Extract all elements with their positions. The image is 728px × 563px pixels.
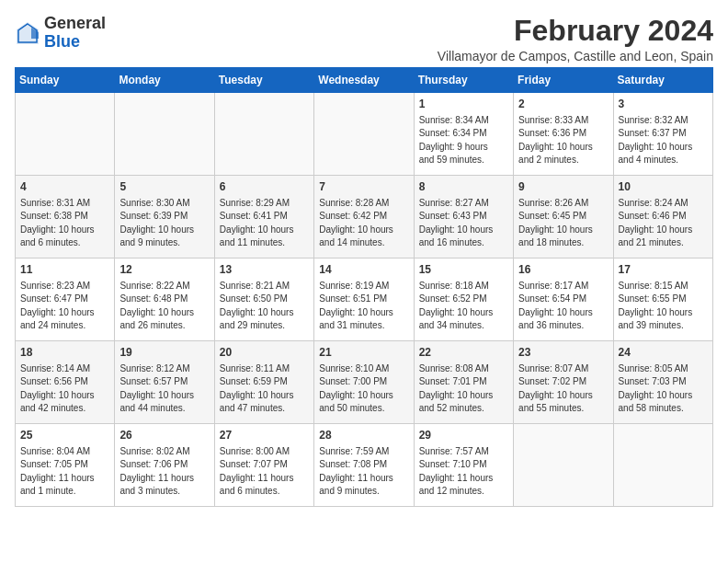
calendar-cell: 27Sunrise: 8:00 AM Sunset: 7:07 PM Dayli… (214, 424, 313, 507)
calendar-cell: 21Sunrise: 8:10 AM Sunset: 7:00 PM Dayli… (314, 341, 414, 424)
calendar-cell: 28Sunrise: 7:59 AM Sunset: 7:08 PM Dayli… (314, 424, 414, 507)
day-number: 10 (619, 179, 708, 195)
calendar-title: February 2024 (438, 15, 713, 47)
calendar-cell (314, 93, 414, 176)
day-info: Sunrise: 8:19 AM Sunset: 6:51 PM Dayligh… (319, 280, 408, 333)
calendar-cell: 2Sunrise: 8:33 AM Sunset: 6:36 PM Daylig… (514, 93, 613, 176)
day-info: Sunrise: 8:33 AM Sunset: 6:36 PM Dayligh… (518, 114, 608, 167)
calendar-cell (16, 93, 115, 176)
day-number: 23 (518, 345, 608, 361)
day-number: 12 (119, 262, 209, 278)
day-number: 25 (20, 428, 109, 443)
title-block: February 2024 Villamayor de Campos, Cast… (438, 15, 713, 63)
week-row-1: 1Sunrise: 8:34 AM Sunset: 6:34 PM Daylig… (16, 93, 713, 176)
weekday-header-row: SundayMondayTuesdayWednesdayThursdayFrid… (16, 68, 713, 93)
day-number: 1 (419, 97, 508, 112)
week-row-2: 4Sunrise: 8:31 AM Sunset: 6:38 PM Daylig… (16, 176, 713, 259)
calendar-cell: 7Sunrise: 8:28 AM Sunset: 6:42 PM Daylig… (314, 176, 414, 259)
day-info: Sunrise: 8:17 AM Sunset: 6:54 PM Dayligh… (518, 280, 608, 333)
day-number: 9 (518, 179, 608, 195)
day-number: 11 (20, 262, 109, 278)
week-row-5: 25Sunrise: 8:04 AM Sunset: 7:05 PM Dayli… (16, 424, 713, 507)
day-info: Sunrise: 8:07 AM Sunset: 7:02 PM Dayligh… (518, 362, 608, 416)
calendar-cell: 25Sunrise: 8:04 AM Sunset: 7:05 PM Dayli… (16, 424, 115, 507)
calendar-cell: 3Sunrise: 8:32 AM Sunset: 6:37 PM Daylig… (613, 93, 712, 176)
day-number: 21 (319, 345, 408, 361)
calendar-cell: 29Sunrise: 7:57 AM Sunset: 7:10 PM Dayli… (414, 424, 513, 507)
day-number: 13 (220, 262, 309, 278)
weekday-header-wednesday: Wednesday (314, 68, 414, 93)
calendar-cell: 16Sunrise: 8:17 AM Sunset: 6:54 PM Dayli… (514, 259, 613, 341)
weekday-header-monday: Monday (115, 68, 214, 93)
weekday-header-saturday: Saturday (613, 68, 712, 93)
calendar-subtitle: Villamayor de Campos, Castille and Leon,… (438, 49, 713, 63)
day-number: 27 (220, 428, 309, 443)
day-info: Sunrise: 8:15 AM Sunset: 6:55 PM Dayligh… (619, 280, 708, 333)
day-info: Sunrise: 8:28 AM Sunset: 6:42 PM Dayligh… (319, 197, 408, 250)
calendar-cell: 4Sunrise: 8:31 AM Sunset: 6:38 PM Daylig… (16, 176, 115, 259)
calendar-cell: 12Sunrise: 8:22 AM Sunset: 6:48 PM Dayli… (115, 259, 214, 341)
day-info: Sunrise: 7:57 AM Sunset: 7:10 PM Dayligh… (419, 445, 508, 499)
day-info: Sunrise: 8:14 AM Sunset: 6:56 PM Dayligh… (20, 362, 109, 416)
calendar-header: SundayMondayTuesdayWednesdayThursdayFrid… (16, 68, 713, 93)
day-number: 2 (518, 97, 608, 112)
weekday-header-thursday: Thursday (414, 68, 513, 93)
calendar-cell: 19Sunrise: 8:12 AM Sunset: 6:57 PM Dayli… (115, 341, 214, 424)
day-info: Sunrise: 8:00 AM Sunset: 7:07 PM Dayligh… (220, 445, 309, 499)
day-number: 3 (619, 97, 708, 112)
day-info: Sunrise: 8:34 AM Sunset: 6:34 PM Dayligh… (419, 114, 508, 167)
calendar-cell: 13Sunrise: 8:21 AM Sunset: 6:50 PM Dayli… (214, 259, 313, 341)
day-info: Sunrise: 8:31 AM Sunset: 6:38 PM Dayligh… (20, 197, 109, 250)
day-number: 18 (20, 345, 109, 361)
calendar-cell: 10Sunrise: 8:24 AM Sunset: 6:46 PM Dayli… (613, 176, 712, 259)
calendar-cell: 14Sunrise: 8:19 AM Sunset: 6:51 PM Dayli… (314, 259, 414, 341)
day-number: 15 (419, 262, 508, 278)
calendar-cell: 24Sunrise: 8:05 AM Sunset: 7:03 PM Dayli… (613, 341, 712, 424)
day-info: Sunrise: 8:18 AM Sunset: 6:52 PM Dayligh… (419, 280, 508, 333)
day-info: Sunrise: 8:22 AM Sunset: 6:48 PM Dayligh… (119, 280, 209, 333)
day-info: Sunrise: 8:29 AM Sunset: 6:41 PM Dayligh… (220, 197, 309, 250)
weekday-header-friday: Friday (514, 68, 613, 93)
calendar-table: SundayMondayTuesdayWednesdayThursdayFrid… (15, 67, 713, 507)
day-number: 22 (419, 345, 508, 361)
calendar-cell (514, 424, 613, 507)
day-info: Sunrise: 8:12 AM Sunset: 6:57 PM Dayligh… (119, 362, 209, 416)
calendar-cell: 11Sunrise: 8:23 AM Sunset: 6:47 PM Dayli… (16, 259, 115, 341)
day-number: 26 (119, 428, 209, 443)
calendar-cell: 8Sunrise: 8:27 AM Sunset: 6:43 PM Daylig… (414, 176, 513, 259)
day-number: 8 (419, 179, 508, 195)
day-info: Sunrise: 8:24 AM Sunset: 6:46 PM Dayligh… (619, 197, 708, 250)
calendar-cell (214, 93, 313, 176)
day-info: Sunrise: 8:10 AM Sunset: 7:00 PM Dayligh… (319, 362, 408, 416)
day-info: Sunrise: 8:32 AM Sunset: 6:37 PM Dayligh… (619, 114, 708, 167)
day-info: Sunrise: 8:08 AM Sunset: 7:01 PM Dayligh… (419, 362, 508, 416)
day-info: Sunrise: 8:05 AM Sunset: 7:03 PM Dayligh… (619, 362, 708, 416)
day-info: Sunrise: 8:23 AM Sunset: 6:47 PM Dayligh… (20, 280, 109, 333)
day-info: Sunrise: 8:02 AM Sunset: 7:06 PM Dayligh… (119, 445, 209, 499)
day-number: 20 (220, 345, 309, 361)
calendar-cell: 9Sunrise: 8:26 AM Sunset: 6:45 PM Daylig… (514, 176, 613, 259)
calendar-cell: 26Sunrise: 8:02 AM Sunset: 7:06 PM Dayli… (115, 424, 214, 507)
day-number: 5 (119, 179, 209, 195)
calendar-cell: 20Sunrise: 8:11 AM Sunset: 6:59 PM Dayli… (214, 341, 313, 424)
calendar-body: 1Sunrise: 8:34 AM Sunset: 6:34 PM Daylig… (16, 93, 713, 507)
day-number: 4 (20, 179, 109, 195)
weekday-header-tuesday: Tuesday (214, 68, 313, 93)
day-number: 28 (319, 428, 408, 443)
logo-text: General Blue (44, 15, 106, 52)
calendar-cell: 15Sunrise: 8:18 AM Sunset: 6:52 PM Dayli… (414, 259, 513, 341)
calendar-cell: 5Sunrise: 8:30 AM Sunset: 6:39 PM Daylig… (115, 176, 214, 259)
week-row-4: 18Sunrise: 8:14 AM Sunset: 6:56 PM Dayli… (16, 341, 713, 424)
day-info: Sunrise: 8:04 AM Sunset: 7:05 PM Dayligh… (20, 445, 109, 499)
calendar-cell: 1Sunrise: 8:34 AM Sunset: 6:34 PM Daylig… (414, 93, 513, 176)
logo-icon (15, 20, 40, 46)
calendar-cell: 6Sunrise: 8:29 AM Sunset: 6:41 PM Daylig… (214, 176, 313, 259)
day-number: 19 (119, 345, 209, 361)
calendar-cell: 22Sunrise: 8:08 AM Sunset: 7:01 PM Dayli… (414, 341, 513, 424)
calendar-cell (115, 93, 214, 176)
day-info: Sunrise: 7:59 AM Sunset: 7:08 PM Dayligh… (319, 445, 408, 499)
day-number: 16 (518, 262, 608, 278)
day-number: 7 (319, 179, 408, 195)
day-number: 14 (319, 262, 408, 278)
logo: General Blue (15, 15, 106, 52)
